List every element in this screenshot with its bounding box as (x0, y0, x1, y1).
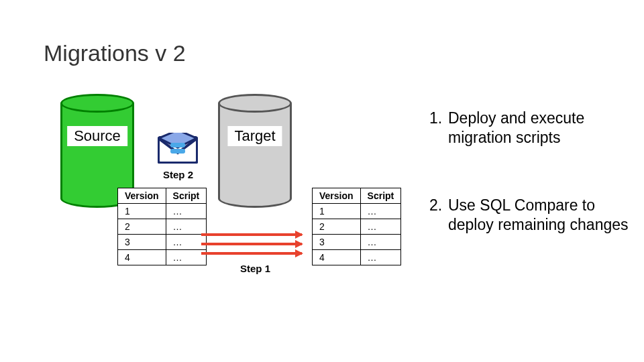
envelope-icon (158, 133, 198, 164)
th-version: Version (118, 188, 166, 204)
svg-rect-3 (170, 149, 185, 154)
version-table-right: Version Script 1… 2… 3… 4… (312, 188, 401, 265)
table-row: 1… (313, 204, 401, 219)
list-item: 2. Use SQL Compare to deploy remaining c… (429, 196, 631, 235)
db-target: Target (218, 94, 292, 208)
th-script: Script (166, 188, 207, 204)
table-row: 1… (118, 204, 207, 219)
table-row: 2… (313, 219, 401, 235)
arrow-red-icon (201, 252, 302, 255)
arrow-red-icon (201, 243, 302, 245)
arrow-red-icon (201, 233, 302, 236)
db-target-label: Target (227, 126, 282, 146)
table-row: 3… (313, 235, 401, 250)
table-row: 2… (118, 219, 207, 235)
list-number: 2. (429, 196, 445, 235)
page-title: Migrations v 2 (44, 40, 186, 66)
list-text: Deploy and execute migration scripts (448, 109, 631, 147)
table-row: 3… (118, 235, 207, 250)
table-row: 4… (313, 250, 401, 265)
table-row: 4… (118, 250, 207, 265)
step-2-label: Step 2 (163, 169, 193, 180)
list-number: 1. (429, 109, 445, 147)
th-version: Version (313, 188, 361, 204)
list-text: Use SQL Compare to deploy remaining chan… (448, 196, 631, 235)
db-source-label: Source (67, 126, 127, 146)
list-item: 1. Deploy and execute migration scripts (429, 109, 631, 147)
version-table-left: Version Script 1… 2… 3… 4… (117, 188, 207, 265)
svg-rect-2 (170, 143, 185, 147)
step-1-label: Step 1 (240, 263, 270, 274)
th-script: Script (360, 188, 401, 204)
